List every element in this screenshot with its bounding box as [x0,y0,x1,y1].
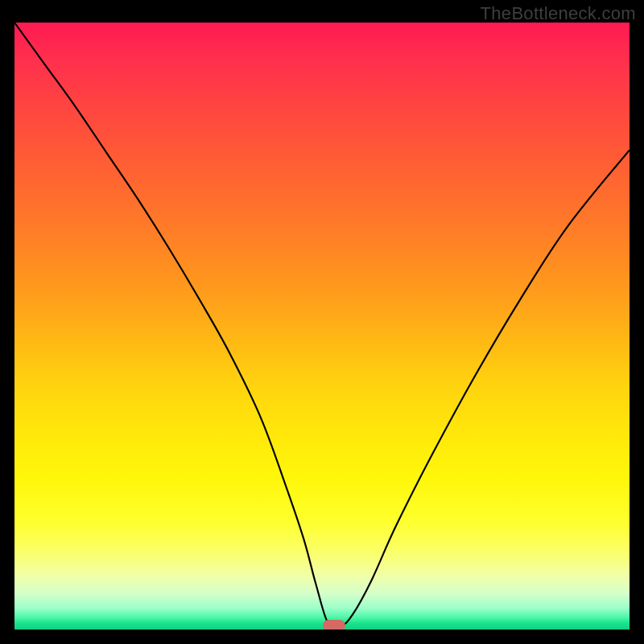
chart-frame: TheBottleneck.com [0,0,644,644]
optimal-point-marker [323,620,345,630]
bottleneck-curve [14,23,630,629]
curve-svg [14,23,630,630]
plot-area [14,23,630,630]
watermark-text: TheBottleneck.com [481,3,636,24]
